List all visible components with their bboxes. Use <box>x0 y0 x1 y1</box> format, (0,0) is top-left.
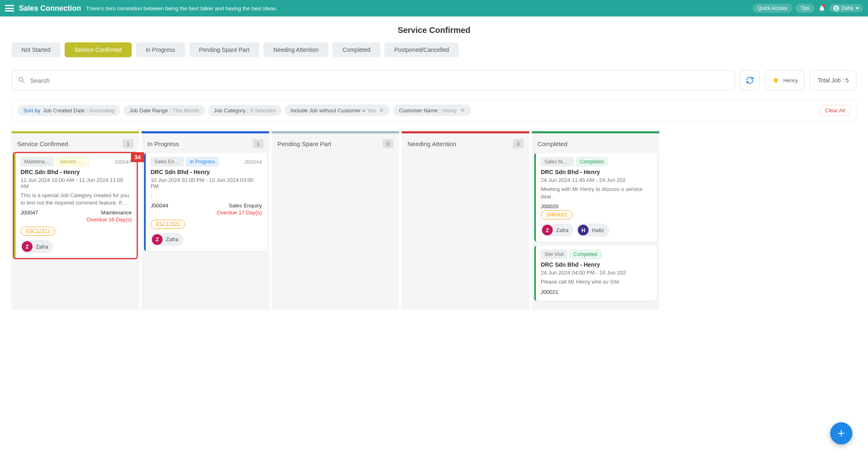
card-reference-chip: ESC12321 <box>151 220 185 229</box>
kanban-column: CompletedSales Me…CompletedDRC Sdn Bhd -… <box>532 131 659 310</box>
card-job-number: J00047 <box>114 159 132 165</box>
kanban-column: Pending Spare Part0 <box>272 131 399 310</box>
filter-value: 9 Selected <box>250 107 275 114</box>
favorite-filter-button[interactable]: Henry <box>765 70 805 90</box>
hamburger-menu-icon[interactable] <box>5 5 14 12</box>
column-title: In Progress <box>147 140 179 147</box>
column-title: Completed <box>538 140 568 147</box>
status-tab-service-confirmed[interactable]: Service Confirmed <box>65 42 132 57</box>
filter-pill[interactable]: Customer Name : Henry✕ <box>393 105 471 116</box>
favorite-name: Henry <box>783 77 798 84</box>
assignee-chip[interactable]: ZZafra <box>21 240 53 253</box>
card-description: Please call Mr Henry whe av Site <box>541 278 652 286</box>
card-status-tag: Service C… <box>56 157 89 166</box>
card-title: DRC Sdn Bhd - Henry <box>21 169 132 175</box>
filters-bar: Sort by Job Created Date : Ascending Job… <box>12 99 856 121</box>
tips-button[interactable]: Tips <box>796 4 814 13</box>
total-jobs-chip: Total Job : 5 <box>810 70 856 90</box>
card-meta-left: J00044 <box>151 202 168 209</box>
assignee-chip[interactable]: HHafiz <box>577 223 609 237</box>
job-card[interactable]: Sales Me…CompletedDRC Sdn Bhd - Henry24 … <box>534 153 657 242</box>
clear-all-filters-button[interactable]: Clear All <box>820 105 850 116</box>
card-description: Meeting with Mr Henry to discuss o servi… <box>541 186 652 200</box>
page-title: Service Confirmed <box>12 16 856 42</box>
search-box[interactable] <box>12 70 735 90</box>
notifications-bell-icon[interactable] <box>818 4 826 12</box>
card-title: DRC Sdn Bhd - Henry <box>541 169 652 175</box>
search-input[interactable] <box>26 77 729 84</box>
card-overdue: Overdue 16 Day(s) <box>21 216 132 223</box>
refresh-icon <box>746 76 754 84</box>
card-description: - <box>151 192 262 199</box>
notification-dot <box>822 4 825 7</box>
card-category-tag: Site Visit <box>541 250 567 259</box>
card-category-tag: Sales Enq… <box>151 157 184 166</box>
column-count: 0 <box>383 139 393 148</box>
refresh-button[interactable] <box>740 70 760 90</box>
assignee-name: Zafra <box>166 236 178 242</box>
card-meta-right: Maintenance <box>101 209 132 216</box>
column-count: 1 <box>253 139 263 148</box>
card-overdue: Overdue 17 Day(s) <box>151 209 262 216</box>
remove-filter-icon[interactable]: ✕ <box>379 107 384 114</box>
card-meta-right: Sales Enquiry <box>229 202 262 209</box>
card-date-range: 10 Jun 2024 02:00 PM - 10 Jun 2024 03:00… <box>151 177 262 189</box>
card-category-tag: Sales Me… <box>541 157 574 166</box>
job-card[interactable]: Site VisitCompletedDRC Sdn Bhd - Henry24… <box>534 246 657 301</box>
card-assignees: ZZafra <box>21 240 132 253</box>
kanban-board: Service Confirmed134Maintenan…Service C…… <box>12 131 856 310</box>
sort-pill[interactable]: Sort by Job Created Date : Ascending <box>18 105 120 116</box>
card-reference-chip: SNK0002 <box>541 210 572 219</box>
remove-filter-icon[interactable]: ✕ <box>460 107 465 114</box>
column-count: 1 <box>123 139 133 148</box>
header-tagline: There's zero correlation between being t… <box>86 5 277 12</box>
filter-pill[interactable]: Include Job without Customer = Yes✕ <box>285 105 390 116</box>
status-tab-not-started[interactable]: Not Started <box>12 42 61 57</box>
assignee-name: Hafiz <box>592 227 604 233</box>
total-value: 5 <box>845 77 849 84</box>
search-icon <box>18 76 26 84</box>
assignee-chip[interactable]: ZZafra <box>151 233 183 246</box>
status-tab-needing-attention[interactable]: Needing Attention <box>263 42 329 57</box>
card-red-badge: 34 <box>131 152 144 162</box>
card-date-range: 24 Jun 2024 04:00 PM - 24 Jun 202 <box>541 270 652 276</box>
job-card[interactable]: Sales Enq…In ProgressJ00044DRC Sdn Bhd -… <box>144 153 267 251</box>
status-tab-in-progress[interactable]: In Progress <box>136 42 185 57</box>
status-tab-pending-spare-part[interactable]: Pending Spare Part <box>189 42 259 57</box>
card-title: DRC Sdn Bhd - Henry <box>151 169 262 175</box>
filter-pill[interactable]: Job Date Range : This Month <box>123 105 205 116</box>
card-meta-left: J00047 <box>21 209 38 216</box>
card-job-number: J00044 <box>244 159 262 165</box>
kanban-column: Needing Attention0 <box>402 131 529 310</box>
kanban-column: Service Confirmed134Maintenan…Service C…… <box>12 131 139 310</box>
filter-key: Job Category : <box>214 107 249 114</box>
card-meta-left: J00021 <box>541 289 558 295</box>
app-header: Sales Connection There's zero correlatio… <box>0 0 868 16</box>
card-status-tag: Completed <box>570 250 601 259</box>
current-user-menu[interactable]: Zafra <box>829 4 863 12</box>
card-date-range: 11 Jun 2024 10:00 AM - 11 Jun 2024 11:00… <box>21 177 132 189</box>
column-count: 0 <box>513 139 524 148</box>
status-tab-completed[interactable]: Completed <box>333 42 380 57</box>
filter-value: Yes <box>367 107 376 114</box>
job-card[interactable]: 34Maintenan…Service C…J00047DRC Sdn Bhd … <box>14 153 137 258</box>
sort-prefix: Sort by <box>23 107 40 114</box>
card-reference-chip: ESC12321 <box>21 227 55 236</box>
card-meta-left: J00020 <box>541 203 558 209</box>
assignee-avatar: Z <box>22 241 33 252</box>
assignee-chip[interactable]: ZZafra <box>541 223 573 237</box>
card-date-range: 24 Jun 2024 11:45 AM - 24 Jun 202 <box>541 177 652 183</box>
sort-direction: Ascending <box>89 107 114 114</box>
column-title: Service Confirmed <box>17 140 68 147</box>
star-icon <box>772 76 780 84</box>
chevron-down-icon <box>856 7 859 9</box>
card-status-tag: In Progress <box>186 157 219 166</box>
quick-access-button[interactable]: Quick Access <box>753 4 792 13</box>
status-tab-postponed-cancelled[interactable]: Postponed/Cancelled <box>384 42 459 57</box>
card-assignees: ZZafraHHafiz <box>541 223 652 237</box>
user-avatar-icon <box>833 5 839 11</box>
card-description: This is a special Job Category created f… <box>21 192 132 206</box>
filter-pill[interactable]: Job Category : 9 Selected <box>208 105 282 116</box>
sort-field: Job Created Date : <box>43 107 88 114</box>
assignee-avatar: Z <box>542 225 553 235</box>
